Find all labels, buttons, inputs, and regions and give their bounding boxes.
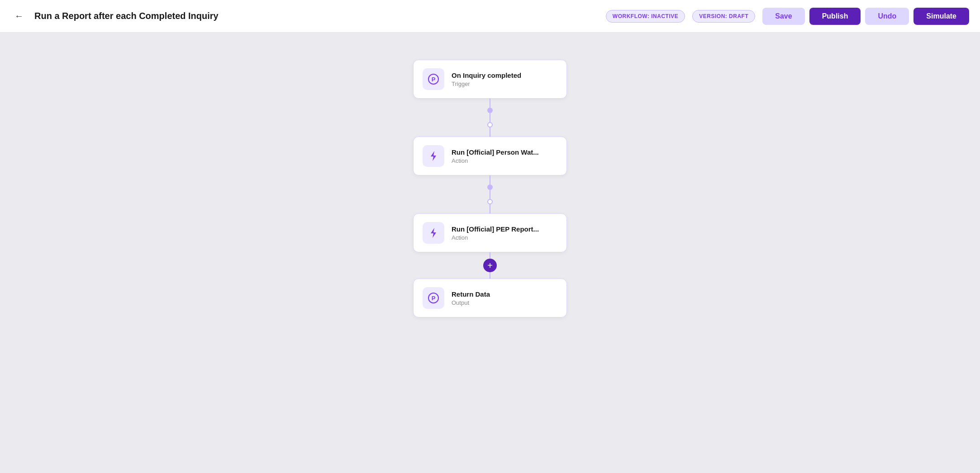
workflow-column: P On Inquiry completed Trigger bbox=[413, 60, 567, 317]
connector-2 bbox=[487, 175, 493, 213]
action2-node-title: Run [Official] PEP Report... bbox=[452, 225, 557, 233]
connector-line-top-2 bbox=[490, 175, 490, 184]
add-step-connector: + bbox=[483, 252, 497, 279]
connector-line-extra-2 bbox=[490, 204, 490, 213]
simulate-button[interactable]: Simulate bbox=[913, 8, 969, 25]
action2-node-icon bbox=[423, 222, 444, 244]
trigger-node-info: On Inquiry completed Trigger bbox=[452, 71, 557, 87]
action1-node[interactable]: Run [Official] Person Wat... Action bbox=[413, 137, 567, 175]
trigger-node-title: On Inquiry completed bbox=[452, 71, 557, 79]
publish-button[interactable]: Publish bbox=[809, 8, 861, 25]
output-node-icon: P bbox=[423, 287, 444, 309]
connector-line-bottom-2 bbox=[490, 190, 490, 199]
connector-dot-filled-2 bbox=[487, 184, 493, 190]
connector-1 bbox=[487, 99, 493, 137]
workflow-status-badge: WORKFLOW: INACTIVE bbox=[606, 10, 685, 23]
save-button[interactable]: Save bbox=[762, 8, 804, 25]
header: ← Run a Report after each Completed Inqu… bbox=[0, 0, 980, 33]
header-actions: Save Publish Undo Simulate bbox=[762, 8, 969, 25]
version-status-badge: VERSION: DRAFT bbox=[692, 10, 755, 23]
add-connector-line-top bbox=[490, 252, 490, 259]
output-node-title: Return Data bbox=[452, 290, 557, 298]
trigger-node-subtitle: Trigger bbox=[452, 80, 557, 87]
action1-node-icon bbox=[423, 145, 444, 167]
add-step-button[interactable]: + bbox=[483, 259, 497, 272]
trigger-node-icon: P bbox=[423, 68, 444, 90]
svg-marker-2 bbox=[431, 151, 436, 161]
undo-button[interactable]: Undo bbox=[865, 8, 909, 25]
output-node-subtitle: Output bbox=[452, 299, 557, 306]
action2-node-info: Run [Official] PEP Report... Action bbox=[452, 225, 557, 241]
add-connector-line-bottom bbox=[490, 272, 490, 279]
action1-node-title: Run [Official] Person Wat... bbox=[452, 148, 557, 156]
output-node-info: Return Data Output bbox=[452, 290, 557, 306]
trigger-node[interactable]: P On Inquiry completed Trigger bbox=[413, 60, 567, 99]
connector-line-extra-1 bbox=[490, 128, 490, 137]
output-node[interactable]: P Return Data Output bbox=[413, 279, 567, 317]
action2-node-subtitle: Action bbox=[452, 234, 557, 241]
action1-node-info: Run [Official] Person Wat... Action bbox=[452, 148, 557, 164]
connector-dot-open-2 bbox=[487, 199, 493, 204]
svg-text:P: P bbox=[432, 295, 436, 302]
svg-text:P: P bbox=[432, 76, 436, 83]
workflow-title: Run a Report after each Completed Inquir… bbox=[34, 11, 599, 21]
connector-dot-filled-1 bbox=[487, 108, 493, 113]
back-button[interactable]: ← bbox=[11, 9, 27, 23]
action1-node-subtitle: Action bbox=[452, 157, 557, 164]
workflow-canvas: P On Inquiry completed Trigger bbox=[0, 33, 980, 473]
action2-node[interactable]: Run [Official] PEP Report... Action bbox=[413, 213, 567, 252]
connector-line-bottom-1 bbox=[490, 113, 490, 122]
svg-marker-3 bbox=[431, 228, 436, 238]
connector-dot-open-1 bbox=[487, 122, 493, 128]
connector-line-top-1 bbox=[490, 99, 490, 108]
